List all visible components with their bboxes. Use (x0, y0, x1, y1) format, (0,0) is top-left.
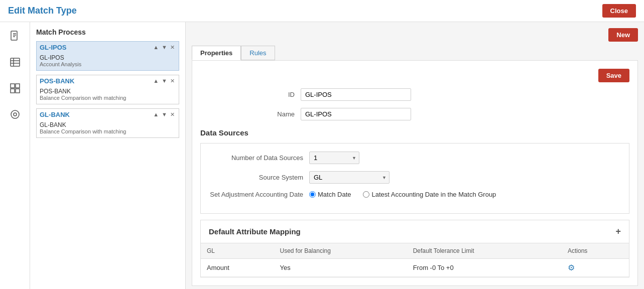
main-layout: Match Process GL-IPOS ▲ ▼ ✕ GL-IPOS Acco… (0, 22, 644, 289)
adj-date-row: Set Adjustment Accounting Date Match Dat… (209, 191, 621, 198)
match-item-type-gl-ipos: Account Analysis (40, 61, 176, 67)
data-sources-card: Number of Data Sources 1 Source System (200, 143, 629, 214)
radio-group: Match Date Latest Accounting Date in the… (309, 191, 496, 198)
remove-icon-pos-bank[interactable]: ✕ (169, 78, 176, 84)
col-default-tolerance: Default Tolerance Limit (407, 243, 562, 259)
cell-gl: Amount (201, 259, 274, 277)
name-row: Name (200, 108, 629, 120)
attribute-table: GL Used for Balancing Default Tolerance … (201, 243, 629, 277)
remove-icon-gl-bank[interactable]: ✕ (169, 111, 176, 118)
adj-date-label: Set Adjustment Accounting Date (209, 191, 309, 198)
num-sources-wrapper: 1 (309, 152, 359, 164)
content-area: New Properties Rules Save ID (186, 22, 644, 289)
page-title: Edit Match Type (8, 6, 77, 16)
source-system-select[interactable]: GL (309, 171, 390, 184)
match-item-type-pos-bank: Balance Comparison with matching (40, 95, 176, 101)
tabs: Properties Rules (192, 46, 638, 60)
col-gl: GL (201, 243, 274, 259)
move-down-icon-gl-bank[interactable]: ▼ (161, 111, 168, 118)
match-item-subname-pos-bank: POS-BANK (40, 88, 176, 95)
close-button[interactable]: Close (602, 4, 636, 18)
properties-card: Save ID Name Data Sources Numbe (192, 60, 638, 286)
match-item-name-gl-ipos: GL-IPOS (40, 44, 66, 51)
move-down-icon-gl-ipos[interactable]: ▼ (161, 44, 168, 51)
radio-latest-date-label: Latest Accounting Date in the Match Grou… (371, 191, 496, 198)
match-item-gl-ipos[interactable]: GL-IPOS ▲ ▼ ✕ GL-IPOS Account Analysis (36, 41, 179, 71)
id-input[interactable] (301, 88, 411, 101)
match-item-header-gl-ipos: GL-IPOS ▲ ▼ ✕ (37, 42, 179, 53)
remove-icon-gl-ipos[interactable]: ✕ (169, 44, 176, 51)
match-item-sub-pos-bank: POS-BANK Balance Comparison with matchin… (37, 87, 179, 104)
top-bar: Edit Match Type Close (0, 0, 644, 22)
match-item-type-gl-bank: Balance Comparison with matching (40, 128, 176, 134)
svg-rect-0 (11, 31, 17, 40)
match-process-title: Match Process (36, 28, 179, 36)
save-button[interactable]: Save (598, 69, 629, 82)
table-header-row: GL Used for Balancing Default Tolerance … (201, 243, 629, 259)
move-up-icon-pos-bank[interactable]: ▲ (152, 78, 160, 84)
match-item-controls-gl-bank: ▲ ▼ ✕ (152, 111, 176, 118)
move-up-icon-gl-ipos[interactable]: ▲ (152, 44, 160, 51)
cell-default-tolerance: From -0 To +0 (407, 259, 562, 277)
radio-latest-date-input[interactable] (363, 191, 369, 198)
radio-match-date-label: Match Date (318, 191, 351, 198)
match-item-name-pos-bank: POS-BANK (40, 77, 74, 85)
id-label: ID (200, 91, 301, 98)
mapping-section: Default Attribute Mapping + GL Used for … (200, 220, 629, 277)
nav-table-icon[interactable] (6, 53, 24, 71)
source-system-wrapper: GL (309, 171, 390, 184)
left-nav (0, 22, 30, 289)
gear-icon[interactable]: ⚙ (568, 263, 575, 272)
mapping-header: Default Attribute Mapping + (201, 220, 629, 243)
tab-properties[interactable]: Properties (192, 46, 241, 60)
nav-grid-icon[interactable] (6, 79, 24, 97)
num-sources-label: Number of Data Sources (209, 154, 309, 162)
match-item-subname-gl-ipos: GL-IPOS (40, 54, 176, 61)
tab-rules[interactable]: Rules (241, 46, 275, 60)
radio-match-date[interactable]: Match Date (309, 191, 351, 198)
svg-rect-10 (11, 89, 15, 93)
table-body: Amount Yes From -0 To +0 ⚙ (201, 259, 629, 277)
match-item-subname-gl-bank: GL-BANK (40, 121, 176, 128)
num-sources-row: Number of Data Sources 1 (209, 152, 621, 164)
radio-match-date-input[interactable] (309, 191, 316, 198)
name-input[interactable] (301, 108, 411, 120)
table-header: GL Used for Balancing Default Tolerance … (201, 243, 629, 259)
col-actions: Actions (562, 243, 629, 259)
match-item-controls-pos-bank: ▲ ▼ ✕ (152, 78, 176, 84)
nav-document-icon[interactable] (6, 27, 24, 45)
svg-point-12 (11, 110, 19, 118)
move-down-icon-pos-bank[interactable]: ▼ (161, 78, 168, 84)
match-process-panel: Match Process GL-IPOS ▲ ▼ ✕ GL-IPOS Acco… (30, 22, 186, 289)
match-item-header-pos-bank: POS-BANK ▲ ▼ ✕ (37, 75, 179, 87)
match-item-sub-gl-ipos: GL-IPOS Account Analysis (37, 53, 179, 70)
svg-point-13 (14, 113, 17, 116)
match-item-header-gl-bank: GL-BANK ▲ ▼ ✕ (37, 109, 179, 120)
match-item-pos-bank[interactable]: POS-BANK ▲ ▼ ✕ POS-BANK Balance Comparis… (36, 75, 179, 104)
mapping-title: Default Attribute Mapping (209, 227, 301, 236)
svg-rect-4 (11, 58, 20, 66)
col-used-for-balancing: Used for Balancing (274, 243, 407, 259)
new-button[interactable]: New (608, 28, 638, 42)
num-sources-select[interactable]: 1 (309, 152, 359, 164)
svg-rect-8 (11, 84, 15, 88)
svg-rect-11 (16, 89, 20, 93)
nav-cursor-icon[interactable] (6, 105, 24, 123)
match-item-gl-bank[interactable]: GL-BANK ▲ ▼ ✕ GL-BANK Balance Comparison… (36, 108, 179, 138)
move-up-icon-gl-bank[interactable]: ▲ (152, 111, 160, 118)
table-row: Amount Yes From -0 To +0 ⚙ (201, 259, 629, 277)
match-item-name-gl-bank: GL-BANK (40, 111, 70, 118)
source-system-label: Source System (209, 174, 309, 181)
id-row: ID (200, 88, 629, 101)
cell-actions: ⚙ (562, 259, 629, 277)
radio-latest-date[interactable]: Latest Accounting Date in the Match Grou… (363, 191, 496, 198)
cell-used-for-balancing: Yes (274, 259, 407, 277)
add-mapping-button[interactable]: + (615, 226, 621, 237)
source-system-row: Source System GL (209, 171, 621, 184)
match-item-controls-gl-ipos: ▲ ▼ ✕ (152, 44, 176, 51)
match-item-sub-gl-bank: GL-BANK Balance Comparison with matching (37, 120, 179, 137)
name-label: Name (200, 110, 301, 118)
page-wrapper: Edit Match Type Close (0, 0, 644, 289)
data-sources-title: Data Sources (200, 128, 629, 137)
svg-rect-9 (16, 84, 20, 88)
